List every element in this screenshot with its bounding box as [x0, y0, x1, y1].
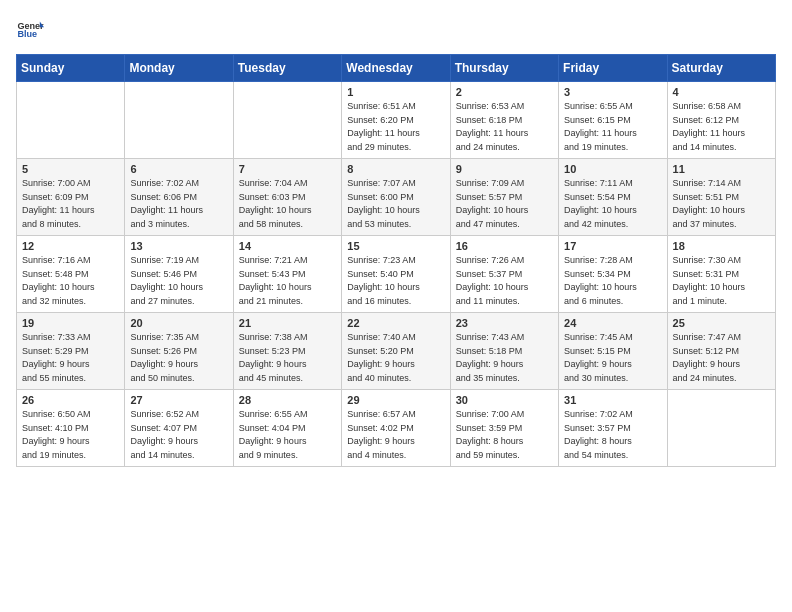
day-info: Sunrise: 6:58 AMSunset: 6:12 PMDaylight:…	[673, 100, 770, 154]
calendar-cell: 11Sunrise: 7:14 AMSunset: 5:51 PMDayligh…	[667, 159, 775, 236]
calendar-cell: 4Sunrise: 6:58 AMSunset: 6:12 PMDaylight…	[667, 82, 775, 159]
day-number: 24	[564, 317, 661, 329]
day-info: Sunrise: 7:02 AMSunset: 6:06 PMDaylight:…	[130, 177, 227, 231]
day-info: Sunrise: 7:40 AMSunset: 5:20 PMDaylight:…	[347, 331, 444, 385]
day-number: 12	[22, 240, 119, 252]
day-info: Sunrise: 7:45 AMSunset: 5:15 PMDaylight:…	[564, 331, 661, 385]
logo: General Blue	[16, 16, 48, 44]
day-number: 26	[22, 394, 119, 406]
calendar-cell	[125, 82, 233, 159]
day-info: Sunrise: 6:55 AMSunset: 4:04 PMDaylight:…	[239, 408, 336, 462]
logo-icon: General Blue	[16, 16, 44, 44]
day-info: Sunrise: 6:51 AMSunset: 6:20 PMDaylight:…	[347, 100, 444, 154]
day-number: 2	[456, 86, 553, 98]
calendar-cell: 31Sunrise: 7:02 AMSunset: 3:57 PMDayligh…	[559, 390, 667, 467]
day-number: 27	[130, 394, 227, 406]
calendar-cell: 22Sunrise: 7:40 AMSunset: 5:20 PMDayligh…	[342, 313, 450, 390]
day-info: Sunrise: 7:43 AMSunset: 5:18 PMDaylight:…	[456, 331, 553, 385]
calendar-cell: 25Sunrise: 7:47 AMSunset: 5:12 PMDayligh…	[667, 313, 775, 390]
day-info: Sunrise: 7:28 AMSunset: 5:34 PMDaylight:…	[564, 254, 661, 308]
day-info: Sunrise: 6:55 AMSunset: 6:15 PMDaylight:…	[564, 100, 661, 154]
day-number: 18	[673, 240, 770, 252]
day-number: 25	[673, 317, 770, 329]
calendar-cell: 21Sunrise: 7:38 AMSunset: 5:23 PMDayligh…	[233, 313, 341, 390]
calendar-cell: 1Sunrise: 6:51 AMSunset: 6:20 PMDaylight…	[342, 82, 450, 159]
day-info: Sunrise: 7:19 AMSunset: 5:46 PMDaylight:…	[130, 254, 227, 308]
weekday-header-saturday: Saturday	[667, 55, 775, 82]
day-info: Sunrise: 7:35 AMSunset: 5:26 PMDaylight:…	[130, 331, 227, 385]
calendar-cell: 12Sunrise: 7:16 AMSunset: 5:48 PMDayligh…	[17, 236, 125, 313]
weekday-header-tuesday: Tuesday	[233, 55, 341, 82]
weekday-header-thursday: Thursday	[450, 55, 558, 82]
day-number: 23	[456, 317, 553, 329]
day-info: Sunrise: 7:47 AMSunset: 5:12 PMDaylight:…	[673, 331, 770, 385]
day-info: Sunrise: 6:57 AMSunset: 4:02 PMDaylight:…	[347, 408, 444, 462]
day-number: 21	[239, 317, 336, 329]
day-info: Sunrise: 6:53 AMSunset: 6:18 PMDaylight:…	[456, 100, 553, 154]
calendar-cell: 9Sunrise: 7:09 AMSunset: 5:57 PMDaylight…	[450, 159, 558, 236]
day-info: Sunrise: 7:07 AMSunset: 6:00 PMDaylight:…	[347, 177, 444, 231]
day-number: 5	[22, 163, 119, 175]
day-info: Sunrise: 7:02 AMSunset: 3:57 PMDaylight:…	[564, 408, 661, 462]
day-number: 29	[347, 394, 444, 406]
day-info: Sunrise: 7:33 AMSunset: 5:29 PMDaylight:…	[22, 331, 119, 385]
calendar-cell	[667, 390, 775, 467]
day-number: 28	[239, 394, 336, 406]
day-info: Sunrise: 7:21 AMSunset: 5:43 PMDaylight:…	[239, 254, 336, 308]
weekday-header-monday: Monday	[125, 55, 233, 82]
day-info: Sunrise: 7:38 AMSunset: 5:23 PMDaylight:…	[239, 331, 336, 385]
weekday-header-friday: Friday	[559, 55, 667, 82]
day-info: Sunrise: 7:00 AMSunset: 3:59 PMDaylight:…	[456, 408, 553, 462]
day-number: 10	[564, 163, 661, 175]
calendar-cell: 14Sunrise: 7:21 AMSunset: 5:43 PMDayligh…	[233, 236, 341, 313]
calendar-cell: 10Sunrise: 7:11 AMSunset: 5:54 PMDayligh…	[559, 159, 667, 236]
day-number: 31	[564, 394, 661, 406]
day-info: Sunrise: 7:30 AMSunset: 5:31 PMDaylight:…	[673, 254, 770, 308]
day-info: Sunrise: 6:52 AMSunset: 4:07 PMDaylight:…	[130, 408, 227, 462]
day-number: 9	[456, 163, 553, 175]
day-number: 8	[347, 163, 444, 175]
weekday-header-wednesday: Wednesday	[342, 55, 450, 82]
day-number: 14	[239, 240, 336, 252]
calendar-cell: 3Sunrise: 6:55 AMSunset: 6:15 PMDaylight…	[559, 82, 667, 159]
calendar-cell: 5Sunrise: 7:00 AMSunset: 6:09 PMDaylight…	[17, 159, 125, 236]
calendar-cell: 18Sunrise: 7:30 AMSunset: 5:31 PMDayligh…	[667, 236, 775, 313]
calendar-cell: 13Sunrise: 7:19 AMSunset: 5:46 PMDayligh…	[125, 236, 233, 313]
calendar-cell: 19Sunrise: 7:33 AMSunset: 5:29 PMDayligh…	[17, 313, 125, 390]
day-number: 7	[239, 163, 336, 175]
calendar-cell: 28Sunrise: 6:55 AMSunset: 4:04 PMDayligh…	[233, 390, 341, 467]
day-number: 4	[673, 86, 770, 98]
day-info: Sunrise: 7:09 AMSunset: 5:57 PMDaylight:…	[456, 177, 553, 231]
day-number: 17	[564, 240, 661, 252]
calendar-cell: 16Sunrise: 7:26 AMSunset: 5:37 PMDayligh…	[450, 236, 558, 313]
day-number: 13	[130, 240, 227, 252]
calendar-cell: 17Sunrise: 7:28 AMSunset: 5:34 PMDayligh…	[559, 236, 667, 313]
day-info: Sunrise: 7:11 AMSunset: 5:54 PMDaylight:…	[564, 177, 661, 231]
calendar-cell: 6Sunrise: 7:02 AMSunset: 6:06 PMDaylight…	[125, 159, 233, 236]
day-info: Sunrise: 6:50 AMSunset: 4:10 PMDaylight:…	[22, 408, 119, 462]
calendar-cell: 15Sunrise: 7:23 AMSunset: 5:40 PMDayligh…	[342, 236, 450, 313]
day-number: 11	[673, 163, 770, 175]
calendar-cell: 23Sunrise: 7:43 AMSunset: 5:18 PMDayligh…	[450, 313, 558, 390]
calendar-cell: 27Sunrise: 6:52 AMSunset: 4:07 PMDayligh…	[125, 390, 233, 467]
day-info: Sunrise: 7:14 AMSunset: 5:51 PMDaylight:…	[673, 177, 770, 231]
day-number: 6	[130, 163, 227, 175]
weekday-header-sunday: Sunday	[17, 55, 125, 82]
day-info: Sunrise: 7:00 AMSunset: 6:09 PMDaylight:…	[22, 177, 119, 231]
calendar-cell: 7Sunrise: 7:04 AMSunset: 6:03 PMDaylight…	[233, 159, 341, 236]
calendar-cell: 30Sunrise: 7:00 AMSunset: 3:59 PMDayligh…	[450, 390, 558, 467]
day-number: 16	[456, 240, 553, 252]
calendar-cell: 24Sunrise: 7:45 AMSunset: 5:15 PMDayligh…	[559, 313, 667, 390]
calendar-cell: 2Sunrise: 6:53 AMSunset: 6:18 PMDaylight…	[450, 82, 558, 159]
calendar-cell: 20Sunrise: 7:35 AMSunset: 5:26 PMDayligh…	[125, 313, 233, 390]
calendar-cell: 8Sunrise: 7:07 AMSunset: 6:00 PMDaylight…	[342, 159, 450, 236]
calendar-cell: 26Sunrise: 6:50 AMSunset: 4:10 PMDayligh…	[17, 390, 125, 467]
day-number: 19	[22, 317, 119, 329]
page-header: General Blue	[16, 16, 776, 44]
day-info: Sunrise: 7:16 AMSunset: 5:48 PMDaylight:…	[22, 254, 119, 308]
day-number: 1	[347, 86, 444, 98]
day-number: 3	[564, 86, 661, 98]
calendar-table: SundayMondayTuesdayWednesdayThursdayFrid…	[16, 54, 776, 467]
calendar-cell: 29Sunrise: 6:57 AMSunset: 4:02 PMDayligh…	[342, 390, 450, 467]
day-info: Sunrise: 7:04 AMSunset: 6:03 PMDaylight:…	[239, 177, 336, 231]
